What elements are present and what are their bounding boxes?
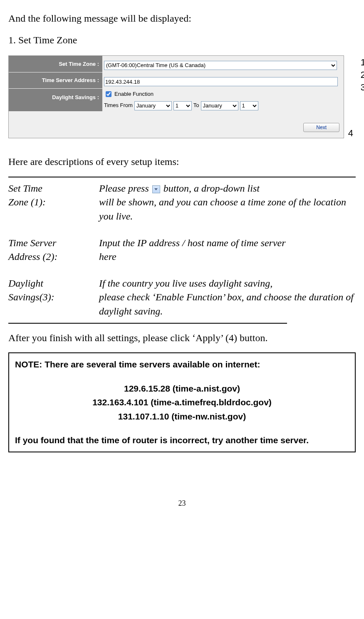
- day-to-select[interactable]: 1: [240, 101, 258, 110]
- desc-1-text-c: will be shown, and you can choose a time…: [99, 197, 346, 222]
- desc-3-text-a: If the country you live uses daylight sa…: [99, 278, 272, 289]
- desc-2-text-a: Input the IP address / host name of time…: [99, 237, 286, 248]
- desc-1-label-a: Set Time: [8, 183, 42, 194]
- note-title: NOTE: There are several time servers ava…: [15, 357, 349, 372]
- note-server-3: 131.107.1.10 (time-nw.nist.gov): [15, 409, 349, 424]
- month-from-select[interactable]: January: [134, 101, 172, 110]
- section-title: 1. Set Time Zone: [8, 33, 356, 47]
- note-footer: If you found that the time of router is …: [15, 433, 349, 447]
- desc-1-text-b: button, a drop-down list: [161, 183, 260, 194]
- desc-2-label-a: Time Server: [8, 237, 56, 248]
- note-box: NOTE: There are several time servers ava…: [8, 352, 356, 452]
- label-daylight-savings: Daylight Savings :: [9, 89, 102, 111]
- callout-1: 1: [361, 56, 364, 69]
- desc-top-rule: [8, 177, 356, 177]
- desc-1-label-b: Zone (1):: [8, 197, 46, 207]
- dropdown-icon: [152, 185, 160, 193]
- month-to-select[interactable]: January: [201, 101, 238, 110]
- desc-2-text-b: here: [99, 251, 116, 262]
- desc-3-label-a: Daylight: [8, 278, 43, 289]
- intro-text: And the following message will be displa…: [8, 12, 356, 26]
- enable-function-label: Enable Function: [114, 90, 154, 98]
- timezone-select[interactable]: (GMT-06:00)Central Time (US & Canada): [104, 61, 337, 70]
- desc-2-label-b: Address (2):: [8, 251, 57, 262]
- note-server-1: 129.6.15.28 (time-a.nist.gov): [15, 382, 349, 396]
- desc-1-text-a: Please press: [99, 183, 151, 194]
- descriptions-intro: Here are descriptions of every setup ite…: [8, 155, 356, 169]
- time-server-input[interactable]: [104, 77, 338, 86]
- desc-3-text-b: please check ‘Enable Function’ box, and …: [99, 292, 354, 317]
- label-time-server-address: Time Server Address :: [9, 72, 102, 89]
- label-set-time-zone: Set Time Zone :: [9, 56, 102, 72]
- callout-2: 2: [361, 69, 364, 82]
- settings-figure: Set Time Zone : (GMT-06:00)Central Time …: [8, 55, 344, 138]
- descriptions-table: Set Time Zone (1): Please press button, …: [8, 182, 356, 319]
- times-from-label: Times From: [104, 102, 133, 109]
- after-para: After you finish with all settings, plea…: [8, 331, 356, 345]
- enable-function-checkbox[interactable]: [106, 91, 111, 97]
- page-number: 23: [8, 498, 356, 509]
- note-server-2: 132.163.4.101 (time-a.timefreq.bldrdoc.g…: [15, 395, 349, 409]
- desc-3-label-b: Savings(3):: [8, 292, 54, 302]
- callout-4: 4: [348, 127, 353, 140]
- callout-3: 3: [361, 81, 364, 94]
- desc-bottom-rule: [8, 323, 287, 324]
- next-button[interactable]: Next: [303, 123, 339, 132]
- day-from-select[interactable]: 1: [173, 101, 192, 110]
- to-label: To: [193, 102, 199, 109]
